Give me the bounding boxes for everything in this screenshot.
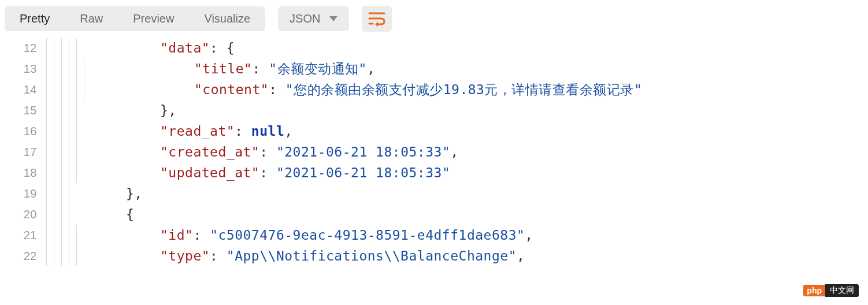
view-mode-tabs: Pretty Raw Preview Visualize bbox=[5, 6, 265, 31]
line-number: 15 bbox=[0, 100, 43, 121]
line-number: 20 bbox=[0, 204, 43, 225]
line-number: 16 bbox=[0, 121, 43, 142]
wrap-icon bbox=[368, 12, 385, 27]
line-number: 18 bbox=[0, 162, 43, 183]
tab-visualize[interactable]: Visualize bbox=[189, 6, 265, 31]
response-view-toolbar: Pretty Raw Preview Visualize JSON bbox=[0, 0, 868, 38]
code-line: 14 "content": "您的余额由余额支付减少19.83元，详情请查看余额… bbox=[0, 79, 868, 100]
line-number: 19 bbox=[0, 183, 43, 204]
line-number: 22 bbox=[0, 246, 43, 266]
chevron-down-icon bbox=[329, 16, 337, 21]
line-number: 13 bbox=[0, 58, 43, 79]
format-selector[interactable]: JSON bbox=[278, 6, 349, 31]
code-line: 17 "created_at": "2021-06-21 18:05:33", bbox=[0, 142, 868, 162]
tab-pretty[interactable]: Pretty bbox=[5, 6, 65, 31]
watermark-right: 中文网 bbox=[825, 284, 859, 297]
code-line: 13 "title": "余额变动通知", bbox=[0, 58, 868, 79]
line-number: 21 bbox=[0, 225, 43, 246]
code-line: 21 "id": "c5007476-9eac-4913-8591-e4dff1… bbox=[0, 225, 868, 246]
json-viewer[interactable]: 12 "data": { 13 "title": "余额变动通知", 14 "c… bbox=[0, 38, 868, 266]
watermark-left: php bbox=[803, 285, 825, 296]
code-line: 12 "data": { bbox=[0, 38, 868, 58]
format-label: JSON bbox=[290, 12, 320, 25]
code-line: 18 "updated_at": "2021-06-21 18:05:33" bbox=[0, 162, 868, 183]
tab-preview[interactable]: Preview bbox=[118, 6, 189, 31]
code-line: 15 }, bbox=[0, 100, 868, 121]
code-line: 22 "type": "App\\Notifications\\BalanceC… bbox=[0, 246, 868, 266]
tab-raw[interactable]: Raw bbox=[65, 6, 118, 31]
code-line: 16 "read_at": null, bbox=[0, 121, 868, 142]
code-line: 20 { bbox=[0, 204, 868, 225]
line-number: 12 bbox=[0, 38, 43, 58]
wrap-lines-button[interactable] bbox=[362, 6, 392, 32]
line-number: 17 bbox=[0, 142, 43, 162]
watermark-badge: php 中文网 bbox=[803, 284, 859, 297]
code-line: 19 }, bbox=[0, 183, 868, 204]
line-number: 14 bbox=[0, 79, 43, 100]
